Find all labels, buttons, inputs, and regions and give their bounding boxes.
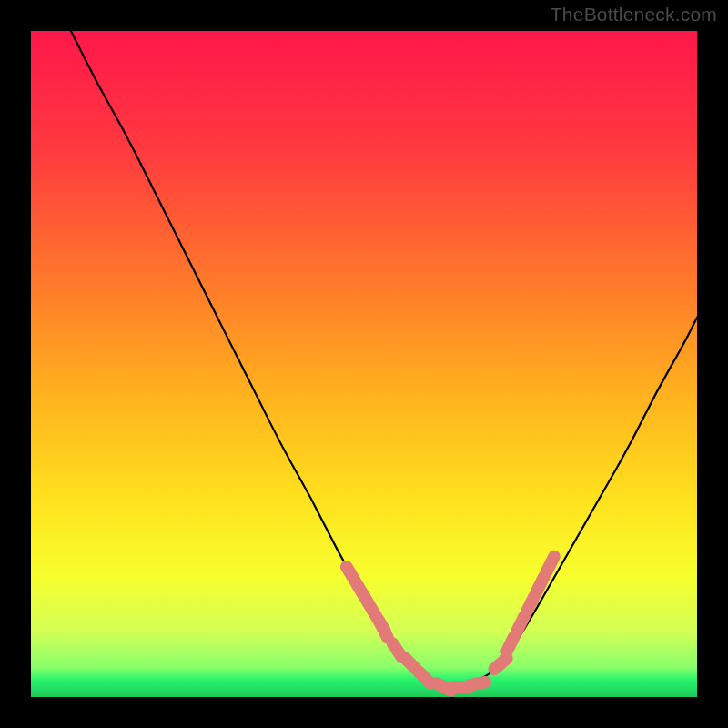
bottleneck-chart — [31, 31, 697, 697]
plot-area — [31, 31, 697, 697]
watermark-text: TheBottleneck.com — [551, 4, 717, 25]
chart-frame: TheBottleneck.com — [0, 0, 728, 728]
